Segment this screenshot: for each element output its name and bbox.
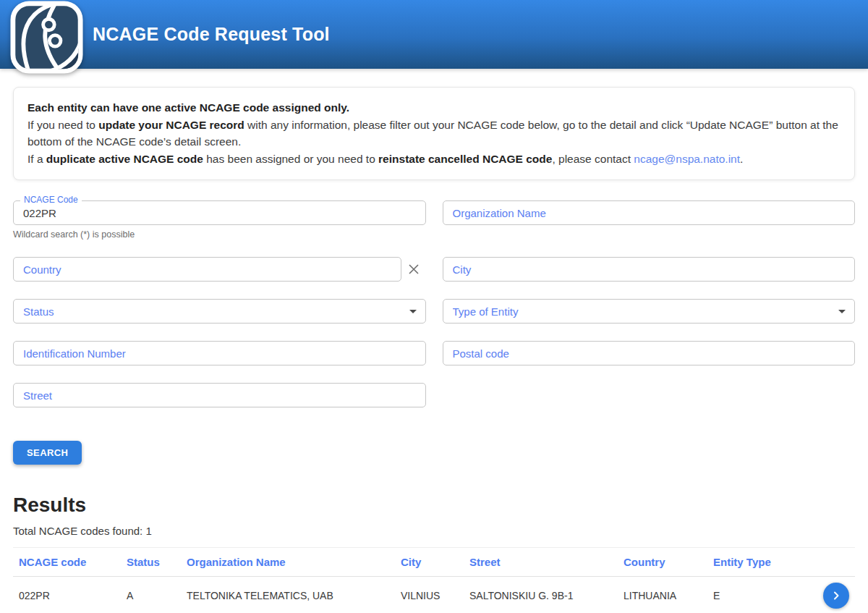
city-input[interactable] [443, 257, 856, 282]
organization-name-input[interactable] [443, 200, 856, 225]
page-title: NCAGE Code Request Tool [93, 24, 330, 45]
street-field [13, 383, 426, 407]
column-header-entity-type: Entity Type [707, 548, 801, 577]
status-select[interactable] [13, 299, 426, 324]
ncage-code-field: NCAGE Code Wildcard search (*) is possib… [13, 200, 426, 240]
notice-line-3: If a duplicate active NCAGE code has bee… [27, 151, 841, 168]
notice-box: Each entity can have one active NCAGE co… [13, 87, 855, 180]
main-content: Each entity can have one active NCAGE co… [0, 87, 868, 613]
identification-number-field [13, 341, 426, 365]
country-field [13, 257, 426, 282]
search-form: NCAGE Code Wildcard search (*) is possib… [13, 200, 855, 465]
notice-line-2: If you need to update your NCAGE record … [27, 117, 841, 151]
cell-ncage-code: 022PR [13, 577, 121, 613]
column-header-status: Status [121, 548, 181, 577]
table-row: 022PR A TELTONIKA TELEMATICS, UAB VILNIU… [13, 577, 855, 613]
cell-city: VILNIUS [395, 577, 464, 613]
row-detail-button[interactable] [823, 583, 849, 609]
chevron-right-icon [830, 590, 842, 601]
column-header-ncage-code: NCAGE code [13, 548, 121, 577]
organization-name-field [443, 200, 856, 225]
column-header-country: Country [618, 548, 707, 577]
clear-icon [407, 262, 421, 276]
status-field [13, 299, 426, 324]
results-table-header-row: NCAGE code Status Organization Name City… [13, 548, 855, 577]
type-of-entity-field [443, 299, 856, 324]
postal-code-input[interactable] [443, 341, 856, 365]
notice-line-1: Each entity can have one active NCAGE co… [27, 99, 841, 117]
ncage-logo-icon [10, 1, 83, 74]
ncage-logo [10, 1, 83, 74]
results-section: Results Total NCAGE codes found: 1 NCAGE… [13, 494, 855, 613]
results-table: NCAGE code Status Organization Name City… [13, 547, 855, 613]
app-header: NCAGE Code Request Tool [0, 0, 868, 69]
country-input[interactable] [13, 257, 401, 282]
type-of-entity-select[interactable] [443, 299, 856, 324]
cell-status: A [121, 577, 181, 613]
column-header-organization-name: Organization Name [181, 548, 395, 577]
street-input[interactable] [13, 383, 426, 407]
country-clear-button[interactable] [401, 257, 426, 282]
contact-email-link[interactable]: ncage@nspa.nato.int [634, 153, 740, 165]
results-total-count: Total NCAGE codes found: 1 [13, 525, 855, 537]
city-field [443, 257, 856, 282]
column-header-actions [801, 548, 855, 577]
cell-street: SALTONISKIU G. 9B-1 [464, 577, 618, 613]
cell-country: LITHUANIA [618, 577, 707, 613]
ncage-code-label: NCAGE Code [20, 195, 82, 206]
wildcard-helper-text: Wildcard search (*) is possible [13, 229, 426, 240]
results-heading: Results [13, 494, 855, 517]
notice-line-1-bold: Each entity can have one active NCAGE co… [27, 101, 349, 114]
cell-entity-type: E [707, 577, 801, 613]
column-header-street: Street [464, 548, 618, 577]
column-header-city: City [395, 548, 464, 577]
search-button[interactable]: SEARCH [13, 441, 82, 465]
cell-organization-name: TELTONIKA TELEMATICS, UAB [181, 577, 395, 613]
identification-number-input[interactable] [13, 341, 426, 365]
postal-code-field [443, 341, 856, 365]
cell-actions [801, 577, 855, 613]
page: NCAGE Code Request Tool Each entity can … [0, 0, 868, 613]
